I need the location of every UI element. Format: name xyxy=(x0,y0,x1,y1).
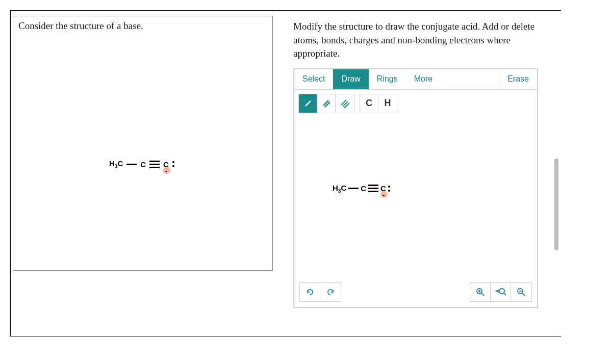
zoom-group xyxy=(470,282,532,302)
atom-c1: C xyxy=(140,160,146,169)
canvas-atom-c1[interactable]: C xyxy=(361,184,366,193)
molecule-editor: Select Draw Rings More Erase xyxy=(293,68,538,308)
zoom-reset-icon xyxy=(495,287,506,297)
svg-line-0 xyxy=(305,101,311,106)
page-scrollbar[interactable] xyxy=(554,159,558,250)
svg-line-7 xyxy=(481,293,484,296)
svg-line-11 xyxy=(504,293,506,295)
tab-more[interactable]: More xyxy=(406,69,441,89)
atom-h3c: H3C xyxy=(109,159,123,169)
editor-toolbar-tools: C H xyxy=(294,90,537,117)
redo-button[interactable] xyxy=(320,283,341,301)
bond-triple xyxy=(149,161,160,168)
zoom-reset-button[interactable] xyxy=(491,283,511,301)
atom-c-terminal-negative: C xyxy=(163,160,169,169)
svg-line-13 xyxy=(522,293,525,296)
editor-toolbar-tabs: Select Draw Rings More Erase xyxy=(294,69,537,90)
editor-canvas[interactable]: H3C C C xyxy=(294,117,537,280)
canvas-lone-pair[interactable] xyxy=(388,186,390,192)
canvas-atom-c-terminal-negative[interactable]: C xyxy=(380,184,386,193)
base-molecule: H3C C C xyxy=(108,159,174,169)
bond-single-tool[interactable] xyxy=(299,94,317,113)
canvas-bond-triple[interactable] xyxy=(368,185,378,192)
prompt-panel: Consider the structure of a base. H3C C … xyxy=(13,16,273,271)
undo-icon xyxy=(305,287,315,297)
canvas-atom-h3c[interactable]: H3C xyxy=(333,184,346,194)
zoom-in-button[interactable] xyxy=(470,283,491,301)
bond-triple-tool[interactable] xyxy=(336,94,354,113)
lone-pair xyxy=(172,161,174,167)
atom-carbon-tool[interactable]: C xyxy=(360,94,378,113)
zoom-out-button[interactable] xyxy=(511,283,531,301)
editor-bottom-controls xyxy=(299,282,532,302)
zoom-in-icon xyxy=(475,287,486,297)
prompt-title: Consider the structure of a base. xyxy=(18,20,267,32)
atom-hydrogen-tool[interactable]: H xyxy=(378,94,397,113)
atom-tool-group: C H xyxy=(360,94,397,113)
redo-icon xyxy=(325,287,336,297)
bond-tool-group xyxy=(298,94,354,113)
zoom-out-icon xyxy=(516,287,526,297)
canvas-molecule[interactable]: H3C C C xyxy=(333,184,390,194)
instructions-text: Modify the structure to draw the conjuga… xyxy=(293,20,538,61)
tab-select[interactable]: Select xyxy=(294,69,333,89)
canvas-bond-single[interactable] xyxy=(348,188,359,189)
answer-panel: Modify the structure to draw the conjuga… xyxy=(293,11,543,336)
tab-rings[interactable]: Rings xyxy=(369,69,406,89)
undo-button[interactable] xyxy=(300,283,320,301)
tab-draw[interactable]: Draw xyxy=(333,69,368,89)
svg-point-10 xyxy=(499,289,504,294)
question-container: Consider the structure of a base. H3C C … xyxy=(10,10,561,336)
bond-double-tool[interactable] xyxy=(317,94,336,113)
tab-erase[interactable]: Erase xyxy=(499,69,537,89)
bond-single xyxy=(126,164,137,165)
undo-redo-group xyxy=(299,282,341,302)
